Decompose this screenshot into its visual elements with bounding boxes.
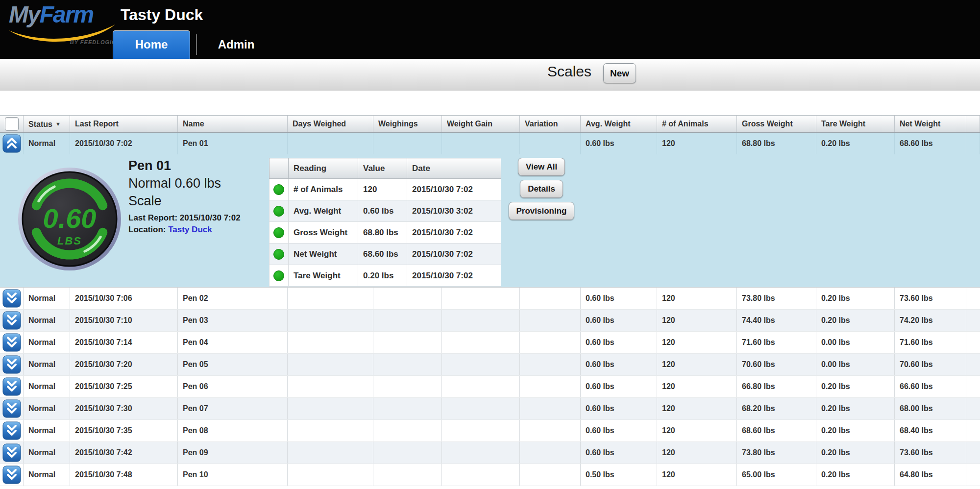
cell-variation xyxy=(520,133,581,154)
cell-status: Normal xyxy=(24,288,70,309)
table-row-pen05[interactable]: Normal 2015/10/30 7:20 Pen 05 0.60 lbs 1… xyxy=(0,354,980,376)
cell-avg-weight: 0.60 lbs xyxy=(581,442,657,464)
cell-gross-weight: 73.80 lbs xyxy=(737,442,816,464)
section-title: Scales xyxy=(547,63,591,80)
myfarm-logo[interactable]: MyFarm BY FEEDLOGIC xyxy=(7,2,117,57)
status-ok-dot-icon xyxy=(273,206,284,217)
column-header-weight-gain[interactable]: Weight Gain xyxy=(442,116,520,132)
select-all-checkbox[interactable] xyxy=(5,117,19,131)
logo-subtitle: BY FEEDLOGIC xyxy=(70,39,116,45)
detail-location: Location: Tasty Duck xyxy=(128,225,241,235)
cell-num-animals: 120 xyxy=(657,332,737,353)
reading-name: Net Weight xyxy=(289,244,358,265)
expand-row-button[interactable] xyxy=(2,377,21,396)
cell-tare-weight: 0.20 lbs xyxy=(816,133,895,154)
cell-num-animals: 120 xyxy=(657,354,737,375)
status-ok-dot-icon xyxy=(273,249,284,260)
cell-num-animals: 120 xyxy=(657,376,737,397)
cell-gross-weight: 71.60 lbs xyxy=(737,332,816,353)
reading-name: Gross Weight xyxy=(289,222,358,244)
cell-last-report: 2015/10/30 7:02 xyxy=(70,133,178,154)
cell-avg-weight: 0.60 lbs xyxy=(581,376,657,397)
cell-status: Normal xyxy=(24,310,70,331)
reading-value: 120 xyxy=(358,179,407,200)
cell-avg-weight: 0.50 lbs xyxy=(581,464,657,486)
column-header-name[interactable]: Name xyxy=(178,116,288,132)
cell-name: Pen 05 xyxy=(178,354,288,375)
details-button[interactable]: Details xyxy=(520,180,563,198)
table-row-pen04[interactable]: Normal 2015/10/30 7:14 Pen 04 0.60 lbs 1… xyxy=(0,332,980,354)
expand-row-button[interactable] xyxy=(2,355,21,374)
toolbar: Scales New xyxy=(0,59,980,91)
location-link[interactable]: Tasty Duck xyxy=(168,225,212,234)
readings-header-row: Reading Value Date xyxy=(270,158,501,179)
expand-row-button[interactable] xyxy=(2,333,21,352)
readings-header-reading: Reading xyxy=(289,158,358,179)
cell-avg-weight: 0.60 lbs xyxy=(581,420,657,441)
cell-net-weight: 71.60 lbs xyxy=(895,332,966,353)
cell-days-weighed xyxy=(288,133,373,154)
column-header-gross-weight[interactable]: Gross Weight xyxy=(737,116,816,132)
cell-gross-weight: 68.80 lbs xyxy=(737,133,816,154)
table-row-pen07[interactable]: Normal 2015/10/30 7:30 Pen 07 0.60 lbs 1… xyxy=(0,398,980,420)
new-scale-button[interactable]: New xyxy=(603,63,636,83)
expand-row-button[interactable] xyxy=(2,465,21,484)
cell-last-report: 2015/10/30 7:14 xyxy=(70,332,178,353)
gauge-unit: LBS xyxy=(57,235,82,247)
column-header-status[interactable]: Status▼ xyxy=(24,116,70,132)
reading-date: 2015/10/30 7:02 xyxy=(407,265,501,287)
cell-last-report: 2015/10/30 7:35 xyxy=(70,420,178,441)
app-header: MyFarm BY FEEDLOGIC Tasty Duck Home Admi… xyxy=(0,0,980,59)
expand-row-button[interactable] xyxy=(2,399,21,418)
reading-name: Avg. Weight xyxy=(289,200,358,222)
reading-row: # of Animals 120 2015/10/30 7:02 xyxy=(270,179,501,200)
cell-expand xyxy=(0,133,24,154)
reading-value: 68.60 lbs xyxy=(358,244,407,265)
expand-row-button[interactable] xyxy=(2,421,21,440)
expand-row-button[interactable] xyxy=(2,289,21,308)
expand-row-button[interactable] xyxy=(2,443,21,462)
cell-net-weight: 66.60 lbs xyxy=(895,376,966,397)
column-header-variation[interactable]: Variation xyxy=(520,116,581,132)
cell-net-weight: 73.60 lbs xyxy=(895,442,966,464)
column-header-spacer xyxy=(966,116,980,132)
column-header-tare-weight[interactable]: Tare Weight xyxy=(816,116,895,132)
table-row-pen03[interactable]: Normal 2015/10/30 7:10 Pen 03 0.60 lbs 1… xyxy=(0,310,980,332)
detail-device-type: Scale xyxy=(128,194,241,209)
column-header-last-report[interactable]: Last Report xyxy=(70,116,178,132)
cell-num-animals: 120 xyxy=(657,442,737,464)
column-header-avg-weight[interactable]: Avg. Weight xyxy=(581,116,657,132)
reading-date: 2015/10/30 3:02 xyxy=(407,200,501,222)
collapse-row-button[interactable] xyxy=(2,134,21,153)
table-row-pen06[interactable]: Normal 2015/10/30 7:25 Pen 06 0.60 lbs 1… xyxy=(0,376,980,398)
table-row-pen10[interactable]: Normal 2015/10/30 7:48 Pen 10 0.50 lbs 1… xyxy=(0,464,980,486)
column-header-num-animals[interactable]: # of Animals xyxy=(657,116,737,132)
cell-tare-weight: 0.00 lbs xyxy=(816,332,895,353)
weight-gauge: 0.60 LBS xyxy=(18,167,122,271)
tab-home[interactable]: Home xyxy=(113,30,190,59)
cell-avg-weight: 0.60 lbs xyxy=(581,354,657,375)
column-header-net-weight[interactable]: Net Weight xyxy=(895,116,966,132)
cell-name: Pen 01 xyxy=(178,133,288,154)
cell-gross-weight: 74.40 lbs xyxy=(737,310,816,331)
table-row-pen01[interactable]: Normal 2015/10/30 7:02 Pen 01 0.60 lbs 1… xyxy=(0,133,980,154)
cell-name: Pen 04 xyxy=(178,332,288,353)
cell-name: Pen 07 xyxy=(178,398,288,419)
tab-admin[interactable]: Admin xyxy=(202,30,270,59)
readings-header-status xyxy=(270,158,289,179)
cell-gross-weight: 70.60 lbs xyxy=(737,354,816,375)
cell-last-report: 2015/10/30 7:20 xyxy=(70,354,178,375)
expand-row-button[interactable] xyxy=(2,311,21,330)
cell-net-weight: 73.60 lbs xyxy=(895,288,966,309)
table-row-pen09[interactable]: Normal 2015/10/30 7:42 Pen 09 0.60 lbs 1… xyxy=(0,442,980,464)
reading-row: Tare Weight 0.20 lbs 2015/10/30 7:02 xyxy=(270,265,501,287)
view-all-button[interactable]: View All xyxy=(518,158,565,176)
table-row-pen02[interactable]: Normal 2015/10/30 7:06 Pen 02 0.60 lbs 1… xyxy=(0,288,980,310)
column-header-days-weighed[interactable]: Days Weighed xyxy=(288,116,373,132)
table-row-pen08[interactable]: Normal 2015/10/30 7:35 Pen 08 0.60 lbs 1… xyxy=(0,420,980,442)
cell-avg-weight: 0.60 lbs xyxy=(581,288,657,309)
column-header-weighings[interactable]: Weighings xyxy=(373,116,442,132)
status-ok-dot-icon xyxy=(273,184,284,195)
provisioning-button[interactable]: Provisioning xyxy=(509,202,575,220)
cell-status: Normal xyxy=(24,376,70,397)
